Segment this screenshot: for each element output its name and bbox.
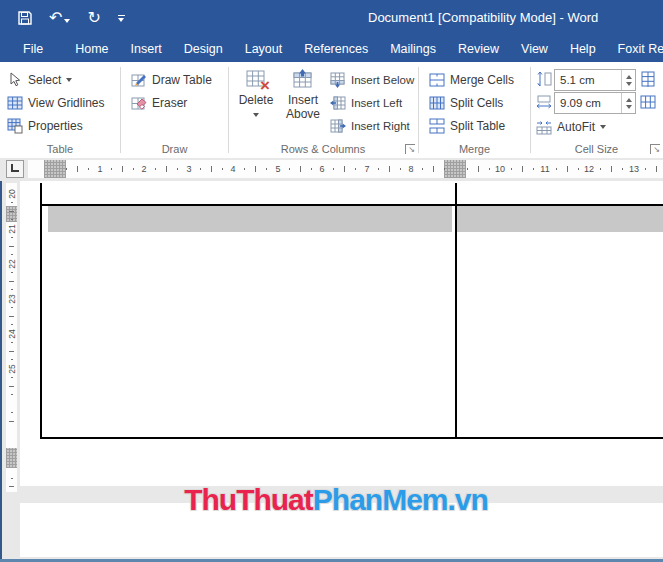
column-width-spinner[interactable] [621,93,635,113]
ruler-tick [556,168,557,170]
watermark-text-red: ThuThuat [184,483,313,516]
view-gridlines-icon [7,95,23,111]
properties-button[interactable]: Properties [7,114,120,137]
ruler-tick [378,168,379,170]
tab-home[interactable]: Home [64,36,119,62]
row-height-spinner[interactable] [621,70,635,90]
split-table-icon [429,118,445,134]
tab-help[interactable]: Help [559,36,607,62]
save-icon[interactable] [18,11,32,25]
column-width-field[interactable]: 9.09 cm [554,92,636,114]
ruler-number: 25 [7,363,17,376]
tab-foxit-reader-pdf[interactable]: Foxit Reader PDF [607,36,663,62]
selected-row-highlight-right-cell[interactable] [457,206,663,232]
table-column-divider[interactable] [455,183,457,439]
ruler-tick [9,281,14,282]
ruler-tick [11,289,13,290]
ruler-tick [522,166,523,172]
tab-references[interactable]: References [293,36,379,62]
column-width-value[interactable]: 9.09 cm [555,93,621,113]
tab-stop-selector[interactable] [6,160,24,178]
row-height-field[interactable]: 5.1 cm [554,69,636,91]
table-left-border[interactable] [40,183,42,439]
split-cells-button[interactable]: Split Cells [429,91,530,114]
group-label-table: Table [0,143,120,155]
ruler-number: 22 [7,258,17,271]
ruler-tick [66,168,67,170]
merge-cells-icon [429,72,445,88]
customize-quick-access-icon[interactable] [118,15,125,22]
split-table-button[interactable]: Split Table [429,114,530,137]
undo-button[interactable]: ↶ [49,10,70,26]
autofit-button[interactable]: AutoFit [536,115,606,138]
table-row-border[interactable] [40,204,663,206]
ruler-tick [578,168,579,170]
distribute-rows-icon[interactable] [640,71,656,87]
ruler-tick [289,168,290,170]
merge-cells-button[interactable]: Merge Cells [429,68,530,91]
ruler-number: 1 [97,164,102,174]
table-column-marker[interactable] [44,160,66,178]
distribute-columns-icon[interactable] [640,94,656,110]
ruler-tick [389,166,390,172]
ruler-tick [155,168,156,170]
ribbon: Select View Gridlines Properties Table [0,62,663,159]
column-width-icon [536,94,552,110]
row-height-value[interactable]: 5.1 cm [555,70,621,90]
ruler-tick [9,351,14,352]
select-button[interactable]: Select [7,68,120,91]
delete-button[interactable]: × Delete [236,66,276,140]
ruler-tick [344,166,345,172]
cell-size-dialog-launcher[interactable]: ↘ [650,144,660,154]
redo-icon[interactable]: ↻ [87,10,100,26]
autofit-icon [536,119,552,135]
ruler-tick [11,412,13,413]
horizontal-ruler[interactable]: 1 2 3 4 5 6 7 8 10 11 12 13 [28,160,663,178]
ruler-tick [266,168,267,170]
insert-above-button[interactable]: Insert Above [280,66,326,140]
window-title: Document1 [Compatibility Mode] - Word [368,0,598,36]
tab-view[interactable]: View [510,36,559,62]
document-area: 20 21 22 23 24 25 ThuThuatPhanMem.vn [0,181,663,562]
vertical-ruler[interactable]: 20 21 22 23 24 25 [6,183,17,492]
tab-mailings[interactable]: Mailings [379,36,447,62]
table-column-marker[interactable] [444,160,466,178]
ruler-number: 8 [408,164,413,174]
ruler-tick [111,168,112,170]
ruler-tick [9,316,14,317]
ruler-tick [133,168,134,170]
ruler-tick [77,166,78,172]
ruler-tick [11,202,13,203]
tab-insert[interactable]: Insert [120,36,173,62]
bottom-margin-marker[interactable] [6,448,17,468]
ruler-tick [9,421,14,422]
quick-access-toolbar: ↶ ↻ [0,10,125,26]
selected-row-highlight-left-cell[interactable] [48,206,452,232]
ruler-tick [88,168,89,170]
page-1[interactable] [20,181,663,486]
tab-design[interactable]: Design [173,36,234,62]
draw-table-button[interactable]: Draw Table [131,68,228,91]
tab-file[interactable]: File [8,36,58,62]
rows-columns-dialog-launcher[interactable]: ↘ [405,144,415,154]
undo-dropdown-caret[interactable] [64,19,70,23]
left-tab-stop-icon [11,164,19,172]
ribbon-group-rows-columns: × Delete Insert Above Insert Below [228,62,418,158]
table-bottom-border[interactable] [40,437,663,439]
ruler-tick [656,166,657,172]
view-gridlines-button[interactable]: View Gridlines [7,91,120,114]
group-label-cell-size: Cell Size [530,143,663,155]
ruler-tick [222,168,223,170]
ruler-tick [122,166,123,172]
ribbon-group-merge: Merge Cells Split Cells Split Table Merg… [419,62,530,158]
eraser-button[interactable]: Eraser [131,91,228,114]
tab-review[interactable]: Review [447,36,510,62]
insert-below-button[interactable]: Insert Below [330,68,414,91]
ruler-tick [300,166,301,172]
insert-right-button[interactable]: Insert Right [330,114,414,137]
insert-left-button[interactable]: Insert Left [330,91,414,114]
ruler-tick [11,254,13,255]
tab-layout[interactable]: Layout [234,36,294,62]
ruler-number: 23 [7,293,17,306]
ruler-tick [255,166,256,172]
